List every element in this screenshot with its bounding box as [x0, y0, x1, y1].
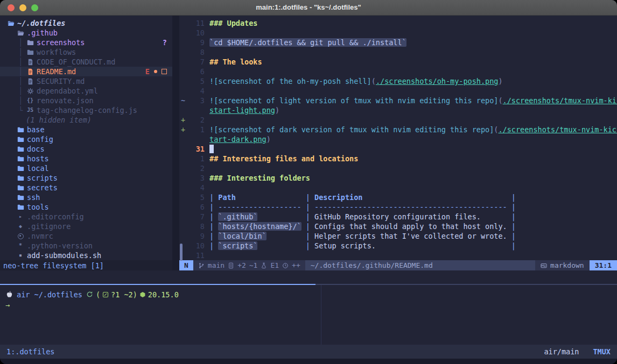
editor-line[interactable]: 10 [179, 28, 617, 38]
window-separator[interactable] [172, 16, 179, 270]
editor-line[interactable]: 1 ## Interesting files and locations [179, 154, 617, 163]
line-number: 3 [188, 96, 205, 105]
titlebar[interactable]: main:1:.dotfiles - "ks~/.dotfiles" [0, 0, 617, 16]
editor-line[interactable]: 4 [179, 183, 617, 192]
neo-tree-sidebar[interactable]: ~/.dotfiles .github │ screenshots ? │ [0, 16, 172, 270]
tree-item[interactable]: local [0, 163, 172, 173]
tree-item[interactable]: ▸ .editorconfig [0, 212, 172, 222]
tree-item[interactable]: .nvmrc [0, 231, 172, 241]
shell-input-line[interactable]: → [5, 299, 321, 310]
editor-line[interactable]: 4 [179, 86, 617, 96]
tree-item[interactable]: .github [0, 28, 172, 38]
file-icon [16, 146, 25, 153]
tree-item[interactable]: ssh [0, 192, 172, 202]
line-text: ![screenshot of the oh-my-posh shell](./… [205, 76, 503, 86]
line-text: | `hosts/{hostname}/` | Configs that sho… [205, 222, 516, 231]
empty-shell-pane[interactable] [321, 285, 617, 345]
pencil-icon [102, 291, 109, 298]
indent-guide: │ [18, 96, 23, 105]
file-tree: ~/.dotfiles .github │ screenshots ? │ [0, 16, 172, 260]
tree-item-label: secrets [27, 183, 58, 192]
editor-line[interactable]: tart-dark.png) [179, 134, 617, 144]
tmux-badge: TMUX [593, 347, 611, 356]
tmux-window-tab[interactable]: 1:.dotfiles [6, 347, 54, 356]
indent-guide: │ [18, 67, 23, 76]
editor-line[interactable]: 5 ![screenshot of the oh-my-posh shell](… [179, 76, 617, 86]
editor-line[interactable]: ~ 3 ![screenshot of light version of tmu… [179, 96, 617, 105]
editor-line[interactable]: 10 | `scripts` | Setup scripts. | [179, 241, 617, 251]
line-text: | Path | Description | [205, 192, 516, 202]
tree-item[interactable]: │ dependabot.yml [0, 86, 172, 96]
file-icon [16, 184, 25, 191]
traffic-lights [8, 4, 38, 11]
tree-item[interactable]: ◆ .gitignore [0, 222, 172, 231]
tree-item[interactable]: │ screenshots ? [0, 38, 172, 47]
line-number: 6 [188, 202, 205, 212]
tree-item[interactable]: │ SECURITY.md [0, 76, 172, 86]
file-icon [26, 49, 34, 56]
neo-tree-statusline: neo-tree filesystem [1] [0, 260, 172, 270]
gitsigns-sign [179, 28, 188, 38]
neo-tree-status-text: neo-tree filesystem [1] [3, 261, 104, 270]
tree-item[interactable]: │ workflows [0, 47, 172, 57]
tree-item[interactable]: scripts [0, 173, 172, 183]
editor-line[interactable]: 6 [179, 67, 617, 76]
tree-item-label: .gitignore [27, 222, 71, 231]
scrollbar-thumb[interactable] [180, 244, 183, 261]
editor-line[interactable]: 5 | Path | Description | [179, 192, 617, 202]
tree-item[interactable]: base [0, 125, 172, 134]
editor-line[interactable]: 9 `cd $HOME/.dotfiles && git pull && ./i… [179, 38, 617, 47]
editor-line[interactable]: 31 [179, 144, 617, 154]
git-marker [162, 69, 167, 74]
editor-line[interactable]: 11 [179, 251, 617, 260]
close-button[interactable] [8, 4, 15, 11]
tree-item[interactable]: │ {} renovate.json [0, 96, 172, 105]
editor-line[interactable]: 8 [179, 47, 617, 57]
git-icon [86, 291, 93, 298]
tree-item[interactable]: secrets [0, 183, 172, 192]
editor-line[interactable]: 7 | `.github` | GitHub Repository config… [179, 212, 617, 222]
tree-item[interactable]: docs [0, 144, 172, 154]
tree-item-label: .python-version [27, 241, 93, 251]
filetype-section: markdown [535, 260, 590, 270]
tree-item[interactable]: tools [0, 202, 172, 212]
git-status-counts: ?1 ~2 [111, 290, 133, 299]
tree-item[interactable]: └ JS tag-changelog-config.js [0, 105, 172, 115]
editor-line[interactable]: 3 ### Interesting folders [179, 173, 617, 183]
editor-buffer[interactable]: 11 ### Updates 10 9 `cd $HOME/.dotfiles … [179, 16, 617, 260]
tree-item[interactable]: ▪ add-submodules.sh [0, 251, 172, 260]
tree-item[interactable]: │ CODE_OF_CONDUCT.md [0, 57, 172, 67]
line-text: ### Interesting folders [205, 173, 310, 183]
tree-item[interactable]: (1 hidden item) [0, 115, 172, 125]
minimize-button[interactable] [19, 4, 26, 11]
editor-line[interactable]: 9 | `local/bin` | Helper scripts that I'… [179, 231, 617, 241]
tree-item[interactable]: ~/.dotfiles [0, 18, 172, 28]
editor-line[interactable]: 7 ## The looks [179, 57, 617, 67]
editor-line[interactable]: 8 | `hosts/{hostname}/` | Configs that s… [179, 222, 617, 231]
editor-line[interactable]: start-light.png) [179, 105, 617, 115]
tree-item[interactable]: config [0, 134, 172, 144]
editor-line[interactable]: 2 [179, 163, 617, 173]
line-number: 5 [188, 192, 205, 202]
editor-line[interactable]: + 1 ![screenshot of dark version of tmux… [179, 125, 617, 134]
plugin-updates: ++ [292, 261, 300, 270]
line-text [205, 28, 209, 38]
editor-line[interactable]: 6 | ------------------- | --------------… [179, 202, 617, 212]
tree-item[interactable]: │ README.md E [0, 67, 172, 76]
tmux-status-right: air/main TMUX [544, 347, 611, 356]
vim-cmdline[interactable] [0, 270, 617, 284]
gitsigns-sign [179, 105, 188, 115]
gitsigns-sign [179, 76, 188, 86]
file-icon [16, 194, 25, 201]
tree-item[interactable]: hosts [0, 154, 172, 163]
gitsigns-sign [179, 134, 188, 144]
shell-pane[interactable]: air ~/.dotfiles ( ?1 ~2 ) 20.15.0 → [0, 285, 321, 345]
prompt-arrow: → [5, 300, 10, 310]
editor-line[interactable]: + 2 [179, 115, 617, 125]
editor-line[interactable]: 11 ### Updates [179, 18, 617, 28]
line-number: 10 [188, 241, 205, 251]
maximize-button[interactable] [31, 4, 38, 11]
line-text [205, 183, 209, 192]
line-number: 10 [188, 28, 205, 38]
tree-item[interactable]: * .python-version [0, 241, 172, 251]
